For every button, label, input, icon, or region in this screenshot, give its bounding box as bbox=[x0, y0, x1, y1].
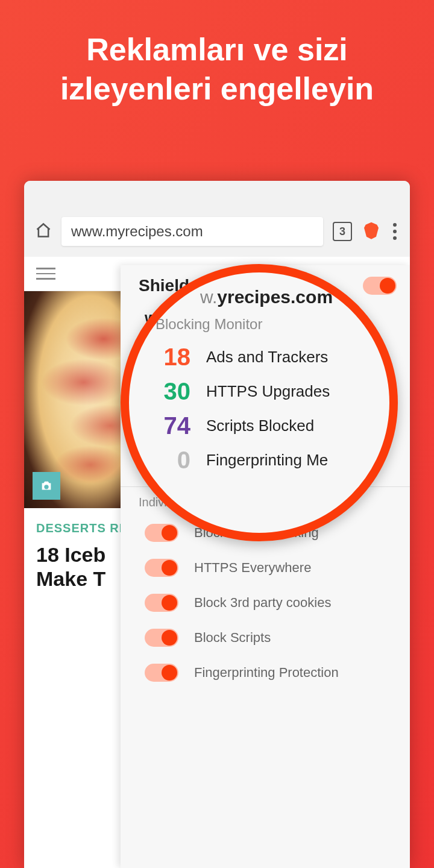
toggle-https-everywhere[interactable] bbox=[145, 559, 178, 577]
option-block-scripts: Block Scripts bbox=[121, 620, 410, 655]
mag-stat-fp: 0 Fingerprinting Me bbox=[156, 443, 377, 477]
mag-monitor-label: Blocking Monitor bbox=[156, 316, 377, 333]
toggle-block-scripts[interactable] bbox=[145, 629, 178, 647]
option-fingerprinting-protection: Fingerprinting Protection bbox=[121, 655, 410, 690]
option-block-3rd-party-cookies: Block 3rd party cookies bbox=[121, 585, 410, 620]
url-input[interactable]: www.myrecipes.com bbox=[61, 217, 323, 246]
promo-headline: Reklamları ve sizi izleyenleri engelleyi… bbox=[0, 0, 434, 127]
magnifier-highlight: w.yrecipes.com Blocking Monitor 18 Ads a… bbox=[121, 264, 398, 541]
hamburger-icon[interactable] bbox=[36, 268, 55, 280]
toggle-block-ads[interactable] bbox=[145, 524, 178, 542]
mag-stat-ads: 18 Ads and Trackers bbox=[156, 340, 377, 374]
mag-stat-scripts: 74 Scripts Blocked bbox=[156, 409, 377, 443]
toggle-3rd-party-cookies[interactable] bbox=[145, 594, 178, 612]
tab-count-button[interactable]: 3 bbox=[333, 222, 352, 241]
brave-shields-icon[interactable] bbox=[362, 221, 381, 242]
home-icon[interactable] bbox=[35, 222, 52, 241]
mag-stat-https: 30 HTTPS Upgrades bbox=[156, 374, 377, 409]
camera-icon bbox=[33, 472, 60, 500]
menu-icon[interactable] bbox=[391, 221, 399, 242]
shields-master-toggle[interactable] bbox=[363, 277, 397, 295]
toggle-fingerprinting[interactable] bbox=[145, 664, 178, 682]
browser-toolbar: www.myrecipes.com 3 bbox=[24, 181, 410, 257]
option-https-everywhere: HTTPS Everywhere bbox=[121, 550, 410, 585]
